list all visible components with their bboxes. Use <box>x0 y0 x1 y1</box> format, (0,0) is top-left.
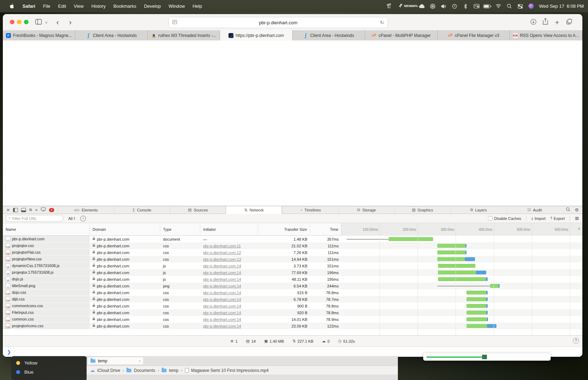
breadcrumb-item[interactable]: iCloud Drive <box>97 368 120 373</box>
network-row[interactable]: CSSprojeqtorIcons.csspbr-p.dienhart.comc… <box>3 323 582 329</box>
inspector-tab-network[interactable]: ⇅Network <box>226 206 282 214</box>
keychain-icon[interactable] <box>385 2 393 10</box>
new-tab-button[interactable]: + <box>555 18 559 27</box>
menu-item-window[interactable]: Window <box>165 0 189 12</box>
column-header-time[interactable]: Time <box>310 223 342 236</box>
apple-menu-icon[interactable] <box>6 0 19 12</box>
element-picker-icon[interactable]: ⌖ <box>35 208 38 213</box>
browser-tab-7[interactable]: cPcPanel File Manager v3 <box>438 30 510 40</box>
help-button[interactable]: ? <box>573 338 579 344</box>
inspector-search-icon[interactable] <box>566 207 570 213</box>
clear-network-icon[interactable]: ⊠ <box>575 216 579 221</box>
dock-bottom-icon[interactable] <box>21 208 26 212</box>
initiator-link[interactable]: pbr-p.dienhart.com:14 <box>203 311 241 315</box>
window-zoom-button[interactable] <box>24 20 29 24</box>
network-row[interactable]: CSSFileInput.csspbr-p.dienhart.comcsspbr… <box>3 309 582 316</box>
initiator-link[interactable]: pbr-p.dienhart.com:14 <box>203 264 241 268</box>
inspector-tab-timelines[interactable]: ◔Timelines <box>282 206 338 214</box>
reader-icon[interactable] <box>172 20 177 25</box>
control-center-icon[interactable] <box>516 2 524 10</box>
browser-tab-8[interactable]: KBRSS Opens View Access to A... <box>510 30 582 40</box>
menu-item-edit[interactable]: Edit <box>54 0 70 12</box>
breadcrumb-item[interactable]: Magwave Semi 10 First Impressions.mp4 <box>191 368 269 373</box>
window-close-button[interactable] <box>10 20 14 24</box>
browser-tab-3[interactable]: aruthex M3 Threaded Inserts -... <box>148 30 220 40</box>
device-settings-icon[interactable] <box>41 207 46 213</box>
siri-icon[interactable] <box>527 2 535 10</box>
disable-caches-checkbox[interactable] <box>488 216 493 221</box>
resource-scope-select[interactable]: All ▲▼ <box>68 216 75 221</box>
icloud-icon[interactable] <box>418 2 426 10</box>
filter-url-input[interactable]: ▽ Filter Full URL <box>6 215 63 222</box>
network-row[interactable]: ▥titleSmall.pngpbr-p.dienhart.compngpbr-… <box>3 283 582 289</box>
browser-tab-2[interactable]: ∫Client Area - Hostwinds <box>75 30 148 40</box>
menu-item-history[interactable]: History <box>87 0 109 12</box>
network-row[interactable]: CSSprojeqtorFlat.csspbr-p.dienhart.comcs… <box>3 249 582 256</box>
network-row[interactable]: <>pbr-p.dienhart.compbr-p.dienhart.comdo… <box>3 236 582 242</box>
collapse-waterfall-icon[interactable]: ∧ <box>578 227 580 230</box>
column-header-initiator[interactable]: Initiator <box>200 223 258 236</box>
back-button[interactable]: ‹ <box>56 18 59 27</box>
close-inspector-icon[interactable]: ✕ <box>6 208 10 213</box>
menu-item-file[interactable]: File <box>39 0 54 12</box>
column-header-transfer-size[interactable]: Transfer Size <box>258 223 310 236</box>
menu-item-safari[interactable]: Safari <box>19 0 39 12</box>
menu-item-view[interactable]: View <box>70 0 88 12</box>
downloads-button[interactable] <box>530 19 537 25</box>
column-header-domain[interactable]: Domain <box>90 223 160 236</box>
sidebar-toggle-icon[interactable] <box>35 19 42 25</box>
inspector-tab-sources[interactable]: ▤Sources <box>170 206 226 214</box>
breadcrumb-item[interactable]: Documents <box>134 368 155 373</box>
menu-item-bookmarks[interactable]: Bookmarks <box>110 0 140 12</box>
breadcrumb-item[interactable]: temp <box>169 368 179 373</box>
inspector-tab-graphics[interactable]: ▨Graphics <box>394 206 450 214</box>
share-button[interactable] <box>543 18 548 25</box>
disable-caches-toggle[interactable]: Disable Caches <box>488 216 521 221</box>
inspector-settings-gear-icon[interactable]: ⚙ <box>575 207 579 213</box>
initiator-link[interactable]: pbr-p.dienhart.com:11 <box>203 244 241 248</box>
initiator-link[interactable]: pbr-p.dienhart.com:14 <box>203 324 241 328</box>
reload-icon[interactable]: ↻ <box>380 20 384 25</box>
browser-tab-6[interactable]: cPcPanel - MultiPHP Manager <box>365 30 438 40</box>
tab-overview-button[interactable] <box>566 19 572 25</box>
export-button[interactable]: ⤒ Export <box>550 216 565 221</box>
forward-button[interactable]: › <box>69 18 71 27</box>
menu-bar-clock[interactable]: Wed Sep 17 6:08 PM <box>539 4 584 9</box>
browser-tab-4[interactable]: https://pbr-p.dienhart.com <box>220 30 293 40</box>
network-row[interactable]: JSprojeqtor.1755731608.jspbr-p.dienhart.… <box>3 269 582 276</box>
network-row[interactable]: CSScommonIcons.csspbr-p.dienhart.comcssp… <box>3 303 582 309</box>
spotlight-icon[interactable] <box>505 2 513 10</box>
time-machine-icon[interactable] <box>450 2 459 10</box>
network-row[interactable]: CSSprojeqtor.csspbr-p.dienhart.comcsspbr… <box>3 242 582 249</box>
page-content[interactable] <box>3 40 582 206</box>
bluetooth-icon[interactable] <box>461 2 470 10</box>
initiator-link[interactable]: pbr-p.dienhart.com:14 <box>203 297 241 302</box>
finder-folder-item[interactable]: temp › <box>87 357 144 365</box>
airdrop-icon[interactable] <box>429 2 437 10</box>
column-header-name[interactable]: Name <box>3 223 90 236</box>
network-row[interactable]: JSdojo.jspbr-p.dienhart.comjspbr-p.dienh… <box>3 276 582 283</box>
initiator-link[interactable]: pbr-p.dienhart.com:14 <box>203 317 241 322</box>
issues-badge[interactable]: ! <box>49 208 54 212</box>
inspector-tab-elements[interactable]: </>Elements <box>58 206 114 214</box>
initiator-link[interactable]: pbr-p.dienhart.com:12 <box>203 251 241 255</box>
network-row[interactable]: CSSdijit.csspbr-p.dienhart.comcsspbr-p.d… <box>3 296 582 303</box>
memory-indicator[interactable]: MEM 66% <box>407 2 415 10</box>
inspector-tab-layers[interactable]: ⧉Layers <box>450 206 506 214</box>
inspector-tab-storage[interactable]: ⊟Storage <box>338 206 394 214</box>
menu-item-develop[interactable]: Develop <box>140 0 165 12</box>
initiator-link[interactable]: pbr-p.dienhart.com:14 <box>203 271 241 275</box>
initiator-link[interactable]: pbr-p.dienhart.com:14 <box>203 291 241 295</box>
window-minimize-button[interactable] <box>17 20 21 24</box>
inspector-tab-audit[interactable]: ☑Audit <box>506 206 562 214</box>
filter-options-icon[interactable]: ≡ <box>80 216 86 221</box>
network-row[interactable]: CSScommon.csspbr-p.dienhart.comcsspbr-p.… <box>3 316 582 323</box>
network-row[interactable]: JSdynamicCss.1755731608.jspbr-p.dienhart… <box>3 262 582 269</box>
location-icon[interactable] <box>396 2 404 10</box>
import-button[interactable]: ⤓ Import <box>531 216 545 221</box>
tag-menu-item-yellow[interactable]: Yellow <box>16 360 37 366</box>
initiator-link[interactable]: pbr-p.dienhart.com:14 <box>203 284 241 288</box>
network-row[interactable]: CSSdojo.csspbr-p.dienhart.comcsspbr-p.di… <box>3 289 582 296</box>
initiator-link[interactable]: pbr-p.dienhart.com:14 <box>203 304 241 308</box>
initiator-link[interactable]: pbr-p.dienhart.com:13 <box>203 257 241 261</box>
